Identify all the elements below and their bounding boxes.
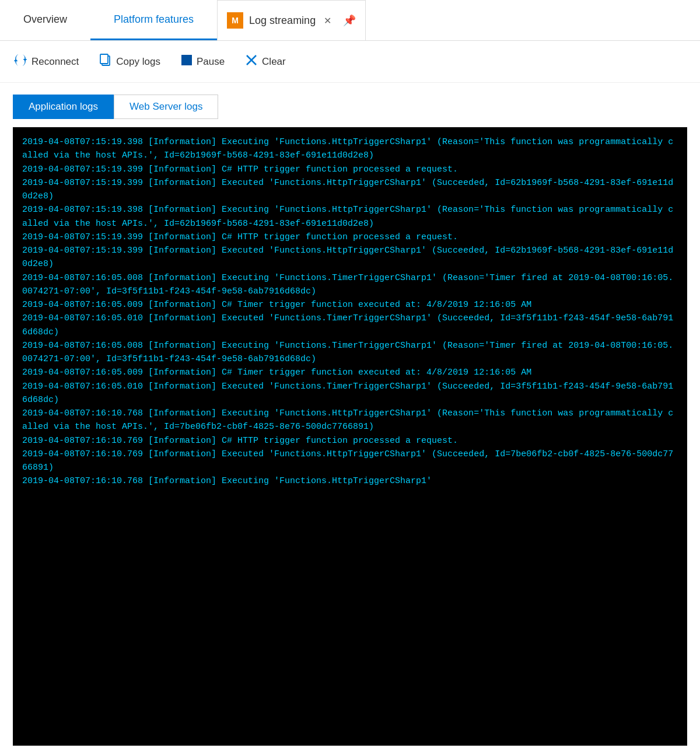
reconnect-button[interactable]: Reconnect: [14, 54, 79, 69]
clear-label: Clear: [262, 56, 286, 68]
tab-web-server-logs[interactable]: Web Server logs: [114, 95, 218, 119]
pin-icon[interactable]: 📌: [343, 14, 356, 27]
tab-overview[interactable]: Overview: [0, 0, 90, 40]
log-line: 2019-04-08T07:15:19.399 [Information] Ex…: [22, 176, 678, 204]
log-streaming-label: Log streaming: [249, 15, 316, 27]
log-line: 2019-04-08T07:16:05.010 [Information] Ex…: [22, 380, 678, 407]
log-line: 2019-04-08T07:16:05.008 [Information] Ex…: [22, 271, 678, 299]
log-line: 2019-04-08T07:16:10.768 [Information] Ex…: [22, 474, 678, 488]
log-console[interactable]: 2019-04-08T07:15:19.398 [Information] Ex…: [13, 127, 687, 746]
log-line: 2019-04-08T07:15:19.398 [Information] Ex…: [22, 135, 678, 163]
log-streaming-icon: M: [227, 12, 243, 29]
pause-icon: [181, 55, 192, 68]
copy-logs-button[interactable]: Copy logs: [100, 54, 160, 69]
toolbar: Reconnect Copy logs Pause Clear: [0, 41, 700, 83]
log-line: 2019-04-08T07:15:19.398 [Information] Ex…: [22, 203, 678, 230]
log-line: 2019-04-08T07:15:19.399 [Information] C#…: [22, 230, 678, 244]
log-line: 2019-04-08T07:15:19.399 [Information] Ex…: [22, 244, 678, 271]
log-line: 2019-04-08T07:16:05.009 [Information] C#…: [22, 298, 678, 312]
reconnect-icon: [14, 54, 27, 69]
close-icon[interactable]: ✕: [321, 14, 334, 27]
copy-icon: [100, 54, 111, 69]
copy-logs-label: Copy logs: [116, 56, 160, 68]
log-line: 2019-04-08T07:16:10.769 [Information] C#…: [22, 434, 678, 448]
log-line: 2019-04-08T07:16:10.769 [Information] Ex…: [22, 448, 678, 475]
log-line: 2019-04-08T07:16:05.010 [Information] Ex…: [22, 312, 678, 339]
log-line: 2019-04-08T07:16:10.768 [Information] Ex…: [22, 407, 678, 434]
pause-label: Pause: [197, 56, 225, 68]
clear-button[interactable]: Clear: [246, 54, 286, 69]
clear-icon: [246, 54, 257, 69]
log-type-tabs: Application logs Web Server logs: [0, 83, 700, 119]
reconnect-label: Reconnect: [32, 56, 79, 68]
log-line: 2019-04-08T07:15:19.399 [Information] C#…: [22, 163, 678, 176]
pause-button[interactable]: Pause: [181, 55, 225, 68]
tab-bar: Overview Platform features M Log streami…: [0, 0, 700, 41]
tab-platform-features[interactable]: Platform features: [90, 0, 217, 40]
log-line: 2019-04-08T07:16:05.009 [Information] C#…: [22, 366, 678, 379]
log-line: 2019-04-08T07:16:05.008 [Information] Ex…: [22, 339, 678, 366]
tab-application-logs[interactable]: Application logs: [13, 95, 114, 119]
tab-log-streaming[interactable]: M Log streaming ✕ 📌: [217, 0, 366, 40]
svg-rect-1: [100, 54, 108, 64]
